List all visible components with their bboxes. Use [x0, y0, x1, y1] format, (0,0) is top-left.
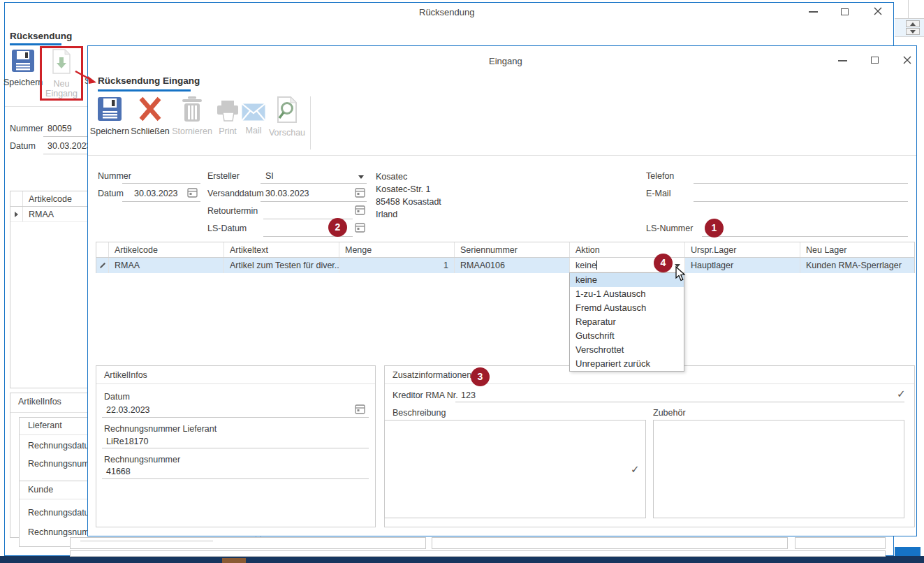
annotation-arrow: [70, 66, 103, 90]
dropdown-option[interactable]: 1-zu-1 Austausch: [570, 287, 684, 301]
datum-calendar-icon[interactable]: [187, 187, 198, 200]
grid-cell-artikelcode[interactable]: RMAA: [109, 258, 224, 273]
versanddatum-input[interactable]: 30.03.2023: [265, 189, 309, 199]
eingang-maximize-button[interactable]: [871, 57, 879, 64]
versanddatum-underline: [261, 201, 367, 202]
telefon-underline[interactable]: [694, 183, 908, 184]
dropdown-option[interactable]: Verschrottet: [570, 343, 684, 357]
email-underline[interactable]: [694, 201, 908, 202]
ruecksendung-close-button[interactable]: [873, 6, 883, 19]
grid-col-artikeltext[interactable]: Artikeltext: [224, 242, 339, 257]
versanddatum-label: Versanddatum: [207, 189, 264, 199]
maximize-icon: [871, 57, 879, 64]
close-x-icon: [137, 96, 163, 122]
annotation-badge-2: 2: [328, 218, 347, 237]
ruecksendung-minimize-button[interactable]: [809, 11, 818, 13]
print-label: Print: [214, 126, 242, 136]
back-bottom-field-3: [795, 537, 886, 549]
ersteller-dropdown-icon[interactable]: [358, 175, 364, 179]
ls-datum-calendar-icon[interactable]: [355, 222, 365, 235]
tab-ruecksendung-underline: [10, 43, 61, 45]
trash-icon: [180, 96, 204, 122]
close-icon: [873, 6, 883, 16]
ls-nummer-underline[interactable]: [702, 236, 908, 237]
row-marker-icon: [15, 212, 18, 217]
versanddatum-calendar-icon[interactable]: [355, 187, 365, 200]
mail-icon: [242, 103, 265, 121]
grid-row[interactable]: RMAA Artikel zum Testen für diver... 1 R…: [96, 258, 914, 273]
artikelinfos-calendar-icon[interactable]: [355, 404, 365, 417]
back-bottom-field-2: [432, 537, 788, 549]
back-bottom-field-4: [70, 550, 886, 557]
back-speichern-button[interactable]: Speichern: [3, 49, 43, 87]
back-lieferant-rechnungsdatum-label: Rechnungsdatum: [28, 441, 96, 451]
dropdown-option[interactable]: keine: [570, 273, 684, 287]
aktion-dropdown-list[interactable]: keine 1-zu-1 Austausch Fremd Austausch R…: [569, 272, 684, 372]
address-line-4: Irland: [376, 208, 397, 221]
ls-datum-label: LS-Datum: [207, 224, 247, 234]
eingang-close-button[interactable]: [902, 55, 912, 68]
grid-cell-artikeltext[interactable]: Artikel zum Testen für diver...: [224, 258, 339, 273]
grid-cell-urspr-lager[interactable]: Hauptlager: [685, 258, 800, 273]
positions-grid[interactable]: Artikelcode Artikeltext Menge Seriennumm…: [96, 242, 915, 273]
grid-col-neu-lager[interactable]: Neu Lager: [800, 242, 916, 257]
telefon-label: Telefon: [646, 171, 674, 182]
schliessen-button[interactable]: Schließen: [130, 96, 170, 136]
maximize-icon: [841, 8, 849, 15]
grid-col-artikelcode[interactable]: Artikelcode: [109, 242, 224, 257]
grid-col-menge[interactable]: Menge: [339, 242, 455, 257]
rechnungsnummer-underline: [102, 478, 369, 479]
grid-col-seriennummer[interactable]: Seriennummer: [455, 242, 570, 257]
artikelinfos-datum-label: Datum: [104, 392, 130, 402]
mail-button[interactable]: Mail: [240, 103, 267, 136]
vorschau-button[interactable]: Vorschau: [267, 96, 307, 138]
eingang-minimize-button[interactable]: [838, 60, 847, 61]
back-kunde-rechnungsdatum-label: Rechnungsdatum: [28, 508, 96, 518]
stornieren-button[interactable]: Stornieren: [172, 96, 212, 136]
beschreibung-textarea[interactable]: [384, 420, 646, 518]
ls-nummer-label: LS-Nummer: [646, 224, 693, 234]
rechnungsnummer-label: Rechnungsnummer: [104, 455, 180, 465]
artikelinfos-datum-value[interactable]: 22.03.2023: [106, 405, 150, 416]
retourtermin-calendar-icon[interactable]: [355, 205, 365, 218]
back-bottom-field-1-underline: [80, 541, 213, 541]
tab-ruecksendung[interactable]: Rücksendung: [10, 31, 72, 41]
save-icon: [97, 96, 122, 122]
back-datum-value[interactable]: 30.03.2023: [47, 141, 91, 152]
spinner-up-button[interactable]: [906, 20, 920, 27]
retourtermin-label: Retourtermin: [207, 206, 258, 217]
schliessen-label: Schließen: [130, 126, 170, 136]
ersteller-label: Ersteller: [207, 171, 240, 182]
email-label: E-Mail: [646, 189, 670, 199]
kreditor-rma-value[interactable]: 123: [461, 390, 476, 401]
speichern-button[interactable]: Speichern: [89, 96, 130, 136]
grid-col-urspr-lager[interactable]: Urspr.Lager: [685, 242, 800, 257]
rechnungsnummer-value[interactable]: 41668: [106, 467, 131, 477]
re-lieferant-value[interactable]: LiRe18170: [106, 437, 148, 447]
grid-cell-seriennummer[interactable]: RMAA0106: [455, 258, 570, 273]
re-lieferant-underline: [102, 448, 369, 448]
ersteller-select[interactable]: SI: [265, 171, 274, 182]
mail-label: Mail: [240, 126, 267, 136]
annotation-badge-4: 4: [654, 254, 673, 272]
zusatzinformationen-divider: [385, 383, 914, 384]
address-line-1: Kosatec: [376, 170, 407, 183]
spinner-down-button[interactable]: [906, 28, 920, 35]
save-icon: [11, 49, 35, 73]
zubehoer-textarea[interactable]: [653, 420, 904, 518]
tab-ruecksendung-eingang[interactable]: Rücksendung Eingang: [98, 75, 200, 86]
dropdown-option[interactable]: Reparatur: [570, 315, 684, 329]
dropdown-option[interactable]: Gutschrift: [570, 329, 684, 343]
back-nummer-value[interactable]: 80059: [47, 124, 72, 134]
datum-label: Datum: [98, 189, 124, 199]
grid-cell-menge[interactable]: 1: [339, 258, 455, 273]
back-datum-label: Datum: [10, 141, 36, 152]
dropdown-option[interactable]: Unrepariert zurück: [570, 357, 684, 371]
datum-input[interactable]: 30.03.2023: [134, 189, 178, 199]
annotation-badge-3: 3: [471, 367, 490, 386]
grid-cell-neu-lager[interactable]: Kunden RMA-Sperrlager: [800, 258, 916, 273]
print-button[interactable]: Print: [214, 101, 242, 136]
dropdown-option[interactable]: Fremd Austausch: [570, 301, 684, 315]
ruecksendung-maximize-button[interactable]: [841, 8, 849, 15]
ribbon-separator: [310, 96, 311, 149]
